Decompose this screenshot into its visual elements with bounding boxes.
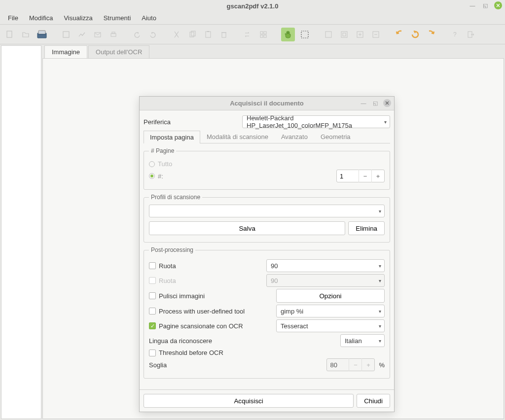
radio-all[interactable]: Tutto <box>149 160 172 168</box>
tab-ocr-output[interactable]: Output dell'OCR <box>88 45 149 58</box>
scan-button[interactable]: Acquisisci <box>144 394 354 408</box>
rotate-select[interactable]: 90 <box>266 259 385 272</box>
chart-icon[interactable] <box>76 29 88 40</box>
copy-icon[interactable] <box>186 29 198 40</box>
cut-icon[interactable] <box>171 29 182 40</box>
ocr-engine-select[interactable]: Tesseract <box>276 319 385 332</box>
tab-geometry[interactable]: Geometria <box>314 130 357 143</box>
rotate2-check[interactable]: Ruota <box>149 277 176 284</box>
zoom-100-icon[interactable] <box>323 29 334 40</box>
svg-rect-16 <box>264 35 266 37</box>
dialog-close-icon[interactable] <box>383 99 391 107</box>
tab-advanced[interactable]: Avanzato <box>275 130 314 143</box>
delete-profile-button[interactable]: Elimina <box>348 221 385 235</box>
print-icon[interactable] <box>108 29 119 40</box>
menu-help[interactable]: Aiuto <box>137 12 161 24</box>
radio-number[interactable]: #: <box>149 173 163 180</box>
delete-icon[interactable] <box>218 29 230 40</box>
zoom-fit-icon[interactable] <box>338 29 350 40</box>
email-icon[interactable] <box>92 29 104 40</box>
language-value: Italian <box>345 337 362 345</box>
ocr-check[interactable]: ✓Pagine scansionate con OCR <box>149 322 243 330</box>
device-value: Hewlett-Packard HP_LaserJet_100_colorMFP… <box>247 114 379 129</box>
save-icon[interactable] <box>60 29 72 40</box>
svg-rect-12 <box>222 33 226 37</box>
dialog-titlebar[interactable]: Acquisisci il documento — ◱ <box>140 97 394 110</box>
select-icon[interactable] <box>299 29 311 40</box>
rotate-left-icon[interactable] <box>394 29 405 40</box>
pages-legend: # Pagine <box>149 147 176 154</box>
save-profile-button[interactable]: Salva <box>149 221 345 235</box>
percent-label: % <box>379 361 385 369</box>
separator <box>273 29 277 40</box>
zoom-in-icon[interactable] <box>354 29 366 40</box>
undo-icon[interactable] <box>131 29 143 40</box>
udt-select[interactable]: gimp %i <box>276 305 385 317</box>
menu-view[interactable]: Visualizza <box>59 12 97 24</box>
redo-icon[interactable] <box>147 29 159 40</box>
page-list-sidebar[interactable] <box>1 45 41 419</box>
device-label: Periferica <box>144 118 171 126</box>
svg-rect-20 <box>343 33 346 36</box>
dialog-maximize-icon[interactable]: ◱ <box>371 99 379 107</box>
pages-fieldset: # Pagine Tutto #: − + <box>144 147 390 190</box>
svg-rect-19 <box>341 32 347 37</box>
threshold-label: Threshold before OCR <box>159 349 223 356</box>
open-icon[interactable] <box>20 29 32 40</box>
options-button[interactable]: Opzioni <box>276 289 385 303</box>
ocr-engine-value: Tesseract <box>281 322 308 330</box>
scanner-icon[interactable] <box>36 28 48 41</box>
svg-rect-15 <box>260 35 263 37</box>
maximize-icon[interactable]: ◱ <box>481 1 489 9</box>
increment-icon[interactable]: + <box>371 170 384 182</box>
dialog-title: Acquisisci il documento <box>230 100 304 107</box>
profile-select[interactable] <box>149 205 385 217</box>
tab-image[interactable]: Immagine <box>44 45 87 58</box>
dialog-minimize-icon[interactable]: — <box>360 99 367 107</box>
decrement-icon[interactable]: − <box>359 170 371 182</box>
svg-rect-7 <box>112 32 115 34</box>
device-select[interactable]: Hewlett-Packard HP_LaserJet_100_colorMFP… <box>242 115 390 128</box>
scan-dialog: Acquisisci il documento — ◱ Periferica H… <box>139 96 395 412</box>
page-count-spinner[interactable]: − + <box>336 170 385 182</box>
zoom-out-icon[interactable] <box>370 29 382 40</box>
tab-scan-mode[interactable]: Modalità di scansione <box>200 130 275 143</box>
exit-icon[interactable] <box>465 29 476 40</box>
menu-edit[interactable]: Modifica <box>24 12 58 24</box>
close-button[interactable]: Chiudi <box>357 394 390 408</box>
udt-check[interactable]: Process with user-defined tool <box>149 308 245 315</box>
svg-rect-0 <box>7 31 12 37</box>
clean-images-check[interactable]: Pulisci immagini <box>149 292 205 300</box>
language-label: Lingua da riconoscere <box>149 337 212 345</box>
tab-page-setup[interactable]: Imposta pagina <box>144 131 200 143</box>
hand-tool-icon[interactable] <box>281 28 295 41</box>
dialog-tabstrip: Imposta pagina Modalità di scansione Ava… <box>144 130 390 143</box>
paste-icon[interactable] <box>202 29 214 40</box>
soglia-spinner: − + <box>326 358 375 371</box>
svg-rect-11 <box>207 31 209 32</box>
rotate-check[interactable]: Ruota <box>149 262 176 270</box>
menu-file[interactable]: File <box>3 12 23 24</box>
svg-rect-4 <box>63 32 69 37</box>
radio-number-label: #: <box>158 173 163 180</box>
menu-tools[interactable]: Strumenti <box>99 12 136 24</box>
minimize-icon[interactable]: — <box>469 1 476 9</box>
language-select[interactable]: Italian <box>340 334 385 347</box>
new-icon[interactable] <box>4 29 16 40</box>
swap-icon[interactable] <box>242 29 253 40</box>
rotate2-value: 90 <box>271 277 278 284</box>
rotate-right-icon[interactable] <box>425 29 437 40</box>
postprocessing-legend: Post-processing <box>149 246 195 253</box>
svg-text:?: ? <box>453 31 457 38</box>
svg-rect-17 <box>301 31 308 38</box>
close-icon[interactable] <box>494 1 502 9</box>
svg-rect-10 <box>206 32 211 37</box>
grid-icon[interactable] <box>257 29 269 40</box>
radio-all-label: Tutto <box>158 160 172 168</box>
help-icon[interactable]: ? <box>449 29 461 40</box>
decrement-icon: − <box>349 358 361 371</box>
separator <box>386 29 390 40</box>
page-count-input[interactable] <box>337 173 359 180</box>
rotate-180-icon[interactable] <box>409 29 421 40</box>
threshold-check[interactable]: Threshold before OCR <box>149 349 223 356</box>
